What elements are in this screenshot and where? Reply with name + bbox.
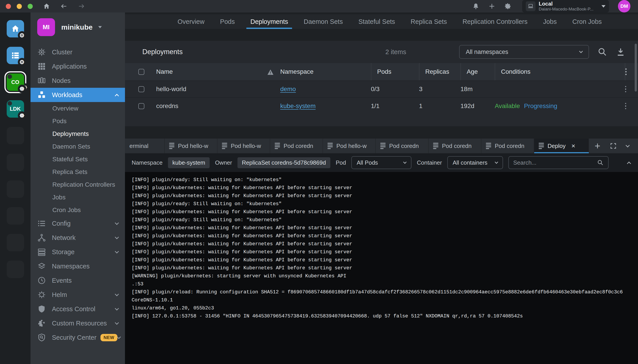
dock-tab-pod-logs[interactable]: Pod coredn — [428, 138, 482, 153]
sidebar-item-workloads[interactable]: Workloads — [30, 88, 125, 102]
namespace-select-value: All namespaces — [466, 48, 508, 56]
log-line: [INFO] plugin/kubernetes: waiting for Ku… — [132, 264, 638, 272]
log-search-box[interactable] — [508, 156, 608, 169]
search-icon[interactable] — [598, 47, 607, 57]
log-output[interactable]: [INFO] plugin/ready: Still waiting on: "… — [125, 172, 638, 364]
sidebar-item-namespaces[interactable]: Namespaces — [30, 259, 125, 273]
rail-home-button[interactable]: ⚙ — [7, 20, 24, 38]
log-search-input[interactable] — [513, 159, 597, 166]
log-line: [INFO] plugin/kubernetes: waiting for Ku… — [132, 208, 638, 216]
tab-daemon-sets[interactable]: Daemon Sets — [302, 14, 344, 29]
pod-select[interactable]: All Pods — [351, 156, 412, 169]
select-all-checkbox[interactable] — [138, 69, 144, 75]
row-checkbox[interactable] — [138, 103, 144, 109]
notifications-bell-icon[interactable] — [472, 3, 480, 10]
sidebar-item-replication-controllers[interactable]: Replication Controllers — [30, 178, 125, 191]
add-plus-icon[interactable] — [488, 3, 496, 10]
column-header-name[interactable]: Name — [156, 63, 267, 80]
tab-overview[interactable]: Overview — [176, 14, 206, 29]
new-tab-plus-icon[interactable]: + — [594, 141, 600, 151]
column-header-replicas[interactable]: Replicas — [419, 63, 460, 80]
close-icon[interactable]: × — [572, 142, 576, 150]
sidebar-item-cluster[interactable]: Cluster — [30, 45, 125, 59]
dock-tab-pod-logs[interactable]: Pod hello-w — [164, 138, 218, 153]
warning-triangle-icon[interactable] — [267, 68, 274, 75]
dock-tab-pod-logs[interactable]: Pod hello-w — [218, 138, 270, 153]
kebab-menu-icon[interactable] — [625, 103, 626, 110]
column-header-conditions[interactable]: Conditions — [495, 63, 613, 80]
sidebar-item-stateful-sets[interactable]: Stateful Sets — [30, 153, 125, 166]
forward-arrow-icon[interactable] — [78, 3, 85, 10]
shield-search-icon — [37, 333, 46, 342]
table-row[interactable]: hello-world demo 0/3 3 18m — [125, 80, 638, 97]
dock-tab-terminal[interactable]: erminal — [125, 138, 164, 153]
sidebar-item-custom-resources[interactable]: Custom Resources — [30, 316, 125, 330]
sidebar-item-nodes[interactable]: Nodes — [30, 74, 125, 88]
cluster-switcher[interactable]: MI minikube — [30, 18, 125, 36]
expand-fullscreen-icon[interactable] — [610, 142, 617, 150]
kebab-menu-icon[interactable] — [625, 63, 627, 80]
dock-tab-pod-logs[interactable]: Pod coredn — [376, 138, 428, 153]
column-header-namespace[interactable]: Namespace — [280, 63, 371, 80]
rail-catalog-button[interactable]: ⚙ — [7, 47, 24, 64]
sidebar-item-network[interactable]: Network — [30, 230, 125, 245]
column-header-pods[interactable]: Pods — [371, 63, 419, 80]
cluster-sidebar: MI minikube Cluster Applications Nodes — [30, 12, 125, 364]
page-title: Deployments — [142, 48, 183, 56]
layers-icon — [37, 262, 46, 271]
user-avatar[interactable]: DM — [618, 0, 630, 12]
maximize-window-button[interactable] — [28, 4, 33, 9]
tab-deployments[interactable]: Deployments — [249, 14, 289, 29]
sidebar-item-jobs[interactable]: Jobs — [30, 191, 125, 204]
namespace-link[interactable]: demo — [280, 86, 296, 93]
scrollbar-thumb[interactable] — [635, 44, 637, 92]
dock-tab-deploy-logs-active[interactable]: Deploy × — [534, 138, 589, 153]
sidebar-item-cron-jobs[interactable]: Cron Jobs — [30, 204, 125, 216]
sidebar-item-storage[interactable]: Storage — [30, 245, 125, 259]
table-row[interactable]: coredns kube-system 1/1 1 192d Available… — [125, 97, 638, 114]
cluster-hub-selector[interactable]: Local Daiani-Macedo-MacBook-P... — [522, 0, 609, 12]
sidebar-item-daemon-sets[interactable]: Daemon Sets — [30, 140, 125, 153]
tab-replica-sets[interactable]: Replica Sets — [409, 14, 448, 29]
rail-cluster-co[interactable]: CO ☸ — [7, 74, 24, 91]
tab-stateful-sets[interactable]: Stateful Sets — [357, 14, 396, 29]
sidebar-item-deployments[interactable]: Deployments — [30, 128, 125, 140]
dock-tab-pod-logs[interactable]: Pod hello-w — [323, 138, 376, 153]
laptop-icon — [526, 1, 536, 11]
download-icon[interactable] — [616, 47, 626, 57]
minimize-window-button[interactable] — [17, 4, 22, 9]
dock-tab-pod-logs[interactable]: Pod coredn — [270, 138, 323, 153]
sidebar-item-access-control[interactable]: Access Control — [30, 302, 125, 316]
kebab-menu-icon[interactable] — [625, 86, 626, 92]
sidebar-item-security-center[interactable]: Security Center NEW — [30, 330, 125, 344]
sidebar-item-pods[interactable]: Pods — [30, 115, 125, 128]
sidebar-item-replica-sets[interactable]: Replica Sets — [30, 166, 125, 178]
dock-tab-pod-logs[interactable]: Pod coredn — [482, 138, 534, 153]
sidebar-item-helm[interactable]: Helm — [30, 288, 125, 302]
tab-replication-controllers[interactable]: Replication Controllers — [461, 14, 529, 29]
gear-badge-icon: ⚙ — [18, 31, 26, 40]
namespace-chip[interactable]: kube-system — [168, 157, 210, 168]
chevron-up-icon[interactable] — [627, 162, 631, 166]
owner-chip[interactable]: ReplicaSet coredns-5d78c9869d — [238, 157, 330, 168]
sidebar-item-events[interactable]: Events — [30, 273, 125, 288]
tab-cron-jobs[interactable]: Cron Jobs — [571, 14, 603, 29]
row-checkbox[interactable] — [138, 86, 144, 92]
log-line: [INFO] plugin/kubernetes: waiting for Ku… — [132, 248, 638, 256]
chevron-down-icon[interactable] — [626, 143, 630, 147]
namespace-select[interactable]: All namespaces — [459, 45, 589, 59]
rail-cluster-ldk[interactable]: LDK ☸ — [7, 100, 24, 118]
sidebar-item-config[interactable]: Config — [30, 216, 125, 230]
tab-pods[interactable]: Pods — [219, 14, 236, 29]
sidebar-item-applications[interactable]: Applications — [30, 59, 125, 74]
bottom-dock: erminal Pod hello-w Pod hello-w Pod core… — [125, 138, 638, 364]
close-window-button[interactable] — [6, 4, 11, 9]
settings-gear-icon[interactable] — [504, 3, 512, 10]
sidebar-item-workloads-overview[interactable]: Overview — [30, 102, 125, 115]
home-icon[interactable] — [43, 3, 50, 10]
namespace-link[interactable]: kube-system — [280, 102, 316, 110]
tab-jobs[interactable]: Jobs — [542, 14, 558, 29]
column-header-age[interactable]: Age — [460, 63, 495, 80]
back-arrow-icon[interactable] — [60, 3, 68, 10]
container-select[interactable]: All containers — [447, 156, 503, 169]
